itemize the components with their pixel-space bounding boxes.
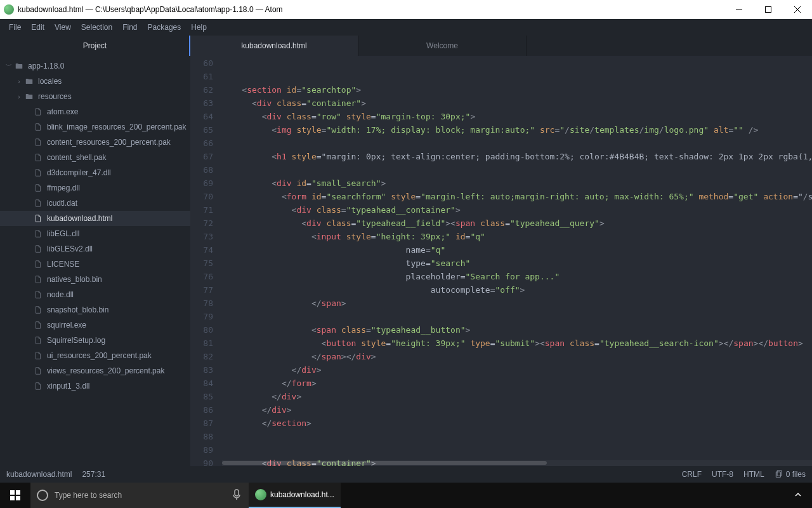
- tree-row[interactable]: ffmpeg.dll: [0, 180, 190, 196]
- tree-row[interactable]: libEGL.dll: [0, 226, 190, 241]
- code-line[interactable]: <form id="searchform" style="margin-left…: [222, 192, 812, 205]
- code-line[interactable]: <div class="container">: [222, 98, 812, 112]
- tree-row[interactable]: SquirrelSetup.log: [0, 333, 190, 348]
- tree-row[interactable]: ﹀app-1.18.0: [0, 58, 190, 74]
- minimize-button[interactable]: [724, 0, 754, 19]
- code-editor[interactable]: 6061626364656667686970717273747576777879…: [190, 56, 812, 466]
- status-file-name[interactable]: kubadownload.html: [6, 470, 72, 479]
- code-line[interactable]: <div class="typeahead__field"><span clas…: [222, 218, 812, 232]
- maximize-button[interactable]: [754, 0, 783, 19]
- code-line[interactable]: </div>: [222, 365, 812, 378]
- status-encoding[interactable]: UTF-8: [712, 470, 733, 479]
- status-language[interactable]: HTML: [743, 470, 764, 479]
- tree-row[interactable]: ui_resources_200_percent.pak: [0, 348, 190, 363]
- code-line[interactable]: <section id="searchtop">: [222, 85, 812, 98]
- code-line[interactable]: [222, 138, 812, 152]
- code-line[interactable]: </div>: [222, 405, 812, 418]
- tree-row[interactable]: ›resources: [0, 89, 190, 104]
- line-number: 69: [190, 178, 222, 192]
- code-line[interactable]: <span class="typeahead__button">: [222, 325, 812, 338]
- menu-find[interactable]: Find: [117, 20, 142, 34]
- code-line[interactable]: </form>: [222, 378, 812, 392]
- code-line[interactable]: [222, 445, 812, 458]
- atom-taskbar-icon: [255, 489, 266, 500]
- line-number: 85: [190, 392, 222, 405]
- code-line[interactable]: name="q": [222, 245, 812, 258]
- tree-row[interactable]: content_resources_200_percent.pak: [0, 135, 190, 150]
- tree-row[interactable]: views_resources_200_percent.pak: [0, 363, 190, 378]
- taskbar-item-atom[interactable]: kubadownload.ht...: [249, 483, 341, 508]
- code-line[interactable]: <button style="height: 39px;" type="subm…: [222, 338, 812, 352]
- window-title: kubadownload.html — C:\Users\qbap\AppDat…: [18, 5, 724, 14]
- code-line[interactable]: type="search": [222, 258, 812, 272]
- code-line[interactable]: <img style="width: 17%; display: block; …: [222, 125, 812, 138]
- menu-edit[interactable]: Edit: [26, 20, 49, 34]
- tree-row[interactable]: snapshot_blob.bin: [0, 302, 190, 318]
- tree-row[interactable]: squirrel.exe: [0, 318, 190, 333]
- status-git-files[interactable]: 0 files: [775, 469, 806, 480]
- chevron-down-icon[interactable]: ﹀: [5, 62, 13, 70]
- tree-row[interactable]: ›locales: [0, 74, 190, 89]
- tree-row[interactable]: natives_blob.bin: [0, 272, 190, 287]
- tree-row[interactable]: xinput1_3.dll: [0, 378, 190, 394]
- tab-kubadownload[interactable]: kubadownload.html: [190, 36, 358, 56]
- line-number: 86: [190, 405, 222, 418]
- file-icon: [33, 335, 43, 345]
- file-icon: [33, 168, 43, 178]
- code-line[interactable]: <div class="row" style="margin-top: 30px…: [222, 112, 812, 125]
- project-tree[interactable]: ﹀app-1.18.0›locales›resourcesatom.exebli…: [0, 56, 190, 466]
- line-number: 84: [190, 378, 222, 392]
- line-number-gutter: 6061626364656667686970717273747576777879…: [190, 56, 222, 466]
- tree-row[interactable]: atom.exe: [0, 104, 190, 119]
- system-tray[interactable]: [790, 491, 812, 500]
- code-line[interactable]: </span></div>: [222, 352, 812, 365]
- menu-packages[interactable]: Packages: [143, 20, 187, 34]
- horizontal-scrollbar[interactable]: [222, 460, 812, 466]
- code-line[interactable]: </span>: [222, 298, 812, 312]
- chevron-right-icon[interactable]: ›: [15, 93, 23, 100]
- tray-overflow-icon[interactable]: [790, 491, 806, 500]
- tree-label: libEGL.dll: [47, 229, 79, 238]
- status-line-ending[interactable]: CRLF: [682, 470, 702, 479]
- start-button[interactable]: [0, 483, 30, 508]
- code-line[interactable]: [222, 72, 812, 85]
- tree-label: SquirrelSetup.log: [47, 336, 105, 345]
- close-button[interactable]: [783, 0, 812, 19]
- chevron-right-icon[interactable]: ›: [15, 78, 23, 85]
- mic-icon[interactable]: [232, 489, 241, 502]
- taskbar-search[interactable]: Type here to search: [30, 483, 249, 508]
- status-cursor-position[interactable]: 257:31: [82, 470, 105, 479]
- tree-row[interactable]: libGLESv2.dll: [0, 241, 190, 257]
- code-line[interactable]: <div id="small_search">: [222, 178, 812, 192]
- code-area[interactable]: <section id="searchtop"> <div class="con…: [222, 56, 812, 466]
- code-line[interactable]: placeholder="Search for app...": [222, 272, 812, 285]
- tree-row[interactable]: content_shell.pak: [0, 150, 190, 165]
- tree-label: libGLESv2.dll: [47, 244, 93, 253]
- tab-welcome[interactable]: Welcome: [358, 36, 527, 56]
- line-number: 60: [190, 58, 222, 72]
- tree-row[interactable]: node.dll: [0, 287, 190, 302]
- code-line[interactable]: <h1 style="margin: 0px; text-align:cente…: [222, 152, 812, 165]
- menu-selection[interactable]: Selection: [76, 20, 117, 34]
- code-line[interactable]: <div class="typeahead__container">: [222, 205, 812, 218]
- code-line[interactable]: [222, 432, 812, 445]
- code-line[interactable]: [222, 165, 812, 178]
- tree-row[interactable]: kubadownload.html: [0, 211, 190, 226]
- tree-row[interactable]: LICENSE: [0, 257, 190, 272]
- code-line[interactable]: [222, 312, 812, 325]
- code-line[interactable]: </section>: [222, 418, 812, 432]
- menu-file[interactable]: File: [4, 20, 26, 34]
- tree-row[interactable]: blink_image_resources_200_percent.pak: [0, 119, 190, 135]
- tree-label: views_resources_200_percent.pak: [47, 366, 164, 375]
- menu-view[interactable]: View: [49, 20, 76, 34]
- code-line[interactable]: </div>: [222, 392, 812, 405]
- line-number: 90: [190, 458, 222, 466]
- menu-help[interactable]: Help: [186, 20, 212, 34]
- code-line[interactable]: <input style="height: 39px;" id="q": [222, 232, 812, 245]
- tree-row[interactable]: icudtl.dat: [0, 196, 190, 211]
- tree-row[interactable]: d3dcompiler_47.dll: [0, 165, 190, 180]
- scrollbar-thumb[interactable]: [222, 461, 547, 465]
- code-line[interactable]: autocomplete="off">: [222, 285, 812, 298]
- line-number: 64: [190, 112, 222, 125]
- code-line[interactable]: [222, 58, 812, 72]
